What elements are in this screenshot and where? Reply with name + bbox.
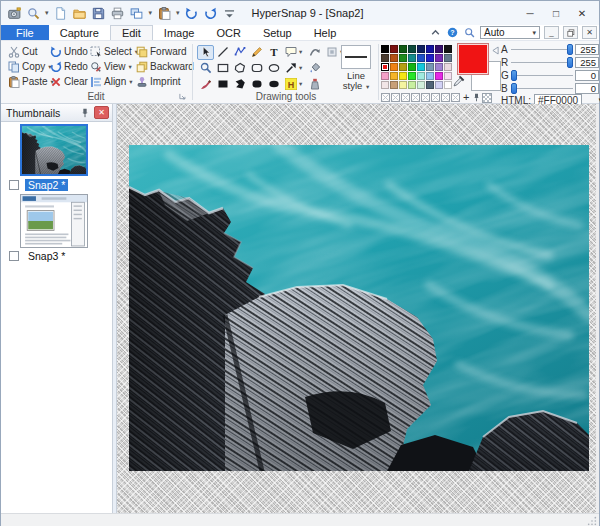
tool-line[interactable]: [214, 45, 231, 60]
minimize-button[interactable]: ─: [517, 3, 543, 23]
dither-swatch[interactable]: [482, 93, 492, 103]
mdi-minimize-button[interactable]: _: [544, 26, 559, 39]
line-style-button[interactable]: Line style ▾: [338, 45, 374, 92]
palette-swatch[interactable]: [381, 45, 389, 53]
slider-value[interactable]: 0: [575, 83, 599, 94]
pin-icon[interactable]: [80, 108, 90, 118]
collapse-ribbon-icon[interactable]: [429, 26, 442, 39]
align-button[interactable]: Align▾: [90, 74, 136, 89]
tool-rounded-rectangle-filled[interactable]: [248, 77, 265, 92]
palette-swatch[interactable]: [399, 81, 407, 89]
thumbnail-snap2[interactable]: [20, 124, 88, 176]
dialog-launcher-icon[interactable]: [179, 93, 186, 100]
palette-swatch[interactable]: [399, 54, 407, 62]
forward-button[interactable]: Forward: [136, 44, 192, 59]
help-icon[interactable]: ?: [446, 26, 459, 39]
transparent-swatch[interactable]: [391, 93, 400, 102]
snap2-checkbox[interactable]: [9, 180, 19, 190]
tool-rounded-rectangle[interactable]: [248, 61, 265, 76]
palette-swatch[interactable]: [435, 45, 443, 53]
view-button[interactable]: View▾: [90, 59, 136, 74]
tab-ocr[interactable]: OCR: [205, 25, 251, 40]
tool-rectangle-filled[interactable]: [214, 77, 231, 92]
palette-swatch[interactable]: [417, 63, 425, 71]
slider-value[interactable]: 255: [575, 44, 599, 55]
undo-button[interactable]: Undo: [50, 44, 90, 59]
palette-swatch[interactable]: [426, 63, 434, 71]
paste-button[interactable]: Paste▾: [8, 74, 50, 89]
tool-polygon[interactable]: [231, 61, 248, 76]
palette-swatch[interactable]: [381, 72, 389, 80]
eyedropper-icon[interactable]: [453, 74, 466, 87]
slider-thumb[interactable]: [567, 57, 573, 68]
transparent-swatch[interactable]: [381, 93, 390, 102]
palette-swatch[interactable]: [426, 54, 434, 62]
tool-cursor[interactable]: [197, 45, 214, 60]
clear-button[interactable]: Clear: [50, 74, 90, 89]
dropdown-arrow-icon[interactable]: ▾: [45, 9, 49, 17]
dropdown-arrow-icon[interactable]: ▾: [299, 48, 306, 56]
copy-button[interactable]: Copy▾: [8, 59, 50, 74]
slider-thumb[interactable]: [511, 70, 517, 81]
resize-grip[interactable]: [587, 516, 597, 526]
slider-track[interactable]: [511, 57, 573, 68]
add-color-button[interactable]: +: [463, 92, 469, 103]
palette-swatch[interactable]: [417, 72, 425, 80]
tool-pencil[interactable]: [248, 45, 265, 60]
palette-swatch[interactable]: [381, 81, 389, 89]
palette-swatch[interactable]: [444, 81, 452, 89]
select-button[interactable]: Select▾: [90, 44, 136, 59]
palette-swatch[interactable]: [426, 72, 434, 80]
palette-swatch[interactable]: [444, 54, 452, 62]
tool-polygon-filled[interactable]: [231, 77, 248, 92]
palette-swatch[interactable]: [444, 72, 452, 80]
tab-file[interactable]: File: [1, 25, 49, 40]
dropdown-arrow-icon[interactable]: ▾: [299, 64, 306, 72]
magnifier-icon[interactable]: [25, 5, 41, 21]
palette-swatch[interactable]: [417, 81, 425, 89]
tool-fill-bucket[interactable]: [306, 61, 323, 76]
tool-arrow[interactable]: [282, 61, 299, 76]
snap2-image[interactable]: [129, 145, 589, 471]
palette-swatch[interactable]: [381, 63, 389, 71]
palette-swatch[interactable]: [435, 81, 443, 89]
tool-callout[interactable]: [282, 45, 299, 60]
imprint-button[interactable]: Imprint: [136, 74, 192, 89]
print-icon[interactable]: [110, 5, 126, 21]
backward-button[interactable]: Backward: [136, 59, 192, 74]
palette-swatch[interactable]: [390, 81, 398, 89]
redo-button[interactable]: Redo: [50, 59, 90, 74]
redo-icon[interactable]: [203, 5, 219, 21]
dropdown-arrow-icon[interactable]: ▾: [299, 80, 306, 88]
tab-capture[interactable]: Capture: [49, 25, 110, 40]
mdi-restore-button[interactable]: [563, 26, 578, 39]
palette-swatch[interactable]: [435, 54, 443, 62]
search-icon[interactable]: [463, 26, 476, 39]
tab-setup[interactable]: Setup: [252, 25, 303, 40]
open-folder-icon[interactable]: [72, 5, 88, 21]
palette-swatch[interactable]: [417, 45, 425, 53]
palette-swatch[interactable]: [399, 45, 407, 53]
tab-help[interactable]: Help: [303, 25, 348, 40]
palette-swatch[interactable]: [435, 72, 443, 80]
tab-image[interactable]: Image: [153, 25, 206, 40]
tab-edit[interactable]: Edit: [110, 25, 153, 40]
tool-highlight[interactable]: H: [282, 77, 299, 92]
dropdown-arrow-icon[interactable]: ▾: [149, 9, 153, 17]
palette-swatch[interactable]: [444, 45, 452, 53]
paste-clipboard-icon[interactable]: [156, 5, 172, 21]
transparent-swatch[interactable]: [451, 93, 460, 102]
chevron-down-icon[interactable]: ▾: [532, 29, 536, 37]
swap-colors-icon[interactable]: [492, 46, 499, 55]
palette-swatch[interactable]: [390, 54, 398, 62]
app-capture-icon[interactable]: [6, 5, 22, 21]
tool-text[interactable]: T: [265, 45, 282, 60]
tool-eraser[interactable]: [306, 77, 323, 92]
customize-icon[interactable]: [222, 5, 238, 21]
tool-rectangle[interactable]: [214, 61, 231, 76]
close-button[interactable]: ✕: [569, 3, 595, 23]
tool-ellipse-filled[interactable]: [265, 77, 282, 92]
zoom-combo[interactable]: Auto▾: [480, 26, 540, 39]
palette-swatch[interactable]: [399, 72, 407, 80]
tool-loupe[interactable]: [197, 61, 214, 76]
